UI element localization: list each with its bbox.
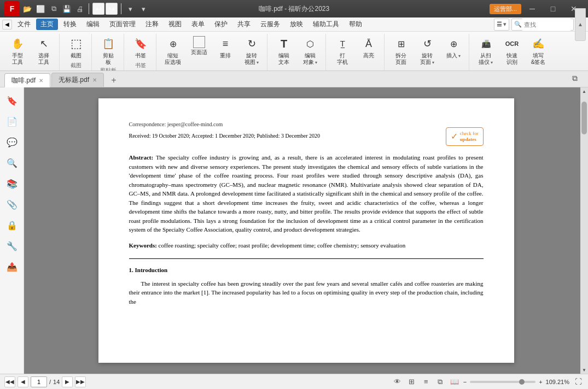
tab-bar: 咖啡.pdf ✕ 无标题.pdf ✕ + ⧉ [0, 71, 588, 87]
rotate-page-button[interactable]: ↺ 旋转页面 ▾ [415, 35, 439, 67]
search-mode-label[interactable]: ▾ [503, 21, 507, 28]
attach-panel-button[interactable]: 📎 [3, 196, 21, 213]
left-sidebar: 🔖 📄 💬 🔍 📚 📎 🔒 🔧 📤 ◀ [0, 87, 24, 374]
typewriter-button[interactable]: T̲ 打字机 [330, 35, 354, 67]
menu-cloud[interactable]: 云服务 [256, 19, 284, 30]
tab-panel-icon[interactable]: ⧉ [566, 69, 584, 87]
menu-help[interactable]: 帮助 [345, 19, 366, 30]
edit-obj-button[interactable]: ⬡ 编辑对象 ▾ [298, 35, 322, 67]
clipboard-label: 剪贴板 [103, 52, 114, 66]
scroll-thumb[interactable] [581, 102, 587, 134]
menu-annotation[interactable]: 注释 [141, 19, 163, 30]
search-panel-button[interactable]: 🔍 [3, 154, 21, 172]
maximize-button[interactable]: □ [543, 2, 563, 15]
comment-panel-button[interactable]: 💬 [3, 133, 21, 151]
menu-pagemanage[interactable]: 页面管理 [105, 19, 140, 30]
view-mode-icon[interactable]: 👁 [392, 376, 403, 387]
reflow-button[interactable]: ≡ 重排 [213, 35, 237, 60]
undo-button[interactable]: ↩ [92, 3, 104, 15]
insert-label: 插入 ▾ [446, 52, 461, 59]
highlight-button[interactable]: Ā 高亮 [357, 35, 381, 60]
check-icon: ✓ [451, 130, 458, 143]
menu-file[interactable]: 文件 [13, 19, 35, 30]
new-file-icon[interactable]: ⬜ [35, 3, 46, 14]
more-icon[interactable]: ▾ [138, 3, 149, 14]
edit-text-button[interactable]: T 编辑文本 [272, 35, 296, 67]
nav-first-button[interactable]: ◀◀ [4, 376, 15, 387]
menu-form[interactable]: 表单 [187, 19, 209, 30]
save-icon[interactable]: 💾 [61, 3, 72, 14]
nav-prev-button[interactable]: ◀ [18, 376, 28, 387]
ocr-button[interactable]: OCR 快速识别 [500, 35, 524, 67]
export-panel-button[interactable]: 📤 [3, 258, 21, 275]
tab-untitled-close[interactable]: ✕ [92, 77, 97, 83]
select-tool-button[interactable]: ↖ 选择工具 [32, 35, 56, 67]
print-icon[interactable]: 🖨 [74, 3, 85, 14]
scroll-down-arrow[interactable]: ▼ [580, 366, 588, 374]
menu-edit[interactable]: 编辑 [82, 19, 104, 30]
layers-panel-button[interactable]: 📚 [3, 175, 21, 192]
nav-last-button[interactable]: ▶▶ [75, 376, 86, 387]
abstract-text: The specialty coffee industry is growing… [129, 154, 484, 233]
tab-coffee-close[interactable]: ✕ [39, 78, 43, 84]
annotate-tools: T̲ 打字机 Ā 高亮 [330, 35, 381, 67]
pdf-page: Correspondence: jesper@coffee-mind.com R… [98, 98, 514, 363]
zoom-slider[interactable] [470, 381, 535, 383]
sign-button[interactable]: ✍ 填写&签名 [526, 35, 550, 67]
zoom-minus-button[interactable]: − [463, 379, 467, 385]
redo-button[interactable]: ↪ [106, 3, 118, 15]
insert-button[interactable]: ⊕ 插入 ▾ [441, 35, 465, 60]
page-number-input[interactable] [31, 376, 47, 387]
menu-share[interactable]: 共享 [233, 19, 255, 30]
hand-tool-button[interactable]: ✋ 手型工具 [5, 35, 30, 67]
scroll-up-arrow[interactable]: ▲ [580, 87, 588, 95]
menu-view[interactable]: 视图 [164, 19, 186, 30]
zoom-thumb[interactable] [519, 379, 525, 385]
quick-access-icon[interactable]: ▾ [125, 3, 136, 14]
back-button[interactable]: ◀ [2, 20, 12, 30]
scroll-track[interactable] [581, 96, 587, 365]
undo-redo-group: ↩ ↪ [92, 3, 118, 15]
grid-view-icon[interactable]: ⊞ [406, 376, 417, 387]
screenshot-button[interactable]: ⬚ 截图 [64, 35, 88, 60]
cloud-button[interactable]: 运营部... [490, 4, 521, 14]
fit-page-icon [193, 36, 205, 48]
page-tools: ⊞ 拆分页面 ↺ 旋转页面 ▾ ⊕ 插入 ▾ [389, 35, 465, 67]
tab-untitled[interactable]: 无标题.pdf ✕ [51, 73, 104, 87]
rotate-view-button[interactable]: ↻ 旋转视图 ▾ [240, 35, 264, 67]
menu-assistive[interactable]: 辅助工具 [308, 19, 344, 30]
ribbon-expand-button[interactable]: ▲ [575, 8, 586, 41]
menu-protect[interactable]: 保护 [210, 19, 232, 30]
pages-panel-button[interactable]: 📄 [3, 113, 21, 130]
bookmark-button[interactable]: 🔖 书签 [129, 35, 153, 60]
split-page-button[interactable]: ⊞ 拆分页面 [389, 35, 413, 67]
scan-button[interactable]: 📠 从扫描仪 ▾ [474, 35, 498, 67]
bookmark-panel-button[interactable]: 🔖 [3, 92, 21, 109]
page-total: 14 [53, 379, 60, 385]
keywords-label: Keywords: [129, 242, 157, 249]
zoom-button[interactable]: ⊕ 缩短应选项 [161, 35, 185, 67]
reading-mode-icon[interactable]: 📖 [449, 376, 460, 387]
clipboard-button[interactable]: 📋 剪贴板 [96, 35, 120, 67]
select-tool-label: 选择工具 [38, 52, 49, 66]
ribbon-search-input[interactable] [522, 19, 571, 31]
security-panel-button[interactable]: 🔒 [3, 216, 21, 234]
copy-icon[interactable]: ⧉ [48, 3, 59, 14]
tab-add-button[interactable]: + [107, 74, 120, 87]
check-for-updates-badge: ✓ check for updates [446, 127, 484, 146]
menu-home[interactable]: 主页 [36, 19, 58, 30]
minimize-button[interactable]: ─ [522, 2, 542, 15]
tab-coffee[interactable]: 咖啡.pdf ✕ [4, 73, 50, 87]
fullscreen-icon[interactable]: ⛶ [573, 376, 584, 387]
menu-convert[interactable]: 转换 [59, 19, 81, 30]
tools-panel-button[interactable]: 🔧 [3, 237, 21, 255]
continuous-view-icon[interactable]: ≡ [421, 376, 432, 387]
nav-next-button[interactable]: ▶ [62, 376, 73, 387]
window-title: 咖啡.pdf - 福昕办公2023 [259, 4, 329, 14]
two-page-icon[interactable]: ⧉ [435, 376, 446, 387]
typewriter-icon: T̲ [335, 36, 350, 51]
open-file-icon[interactable]: 📂 [22, 3, 33, 14]
zoom-plus-button[interactable]: + [539, 379, 542, 385]
fit-page-button[interactable]: 页面适 [187, 35, 211, 57]
menu-present[interactable]: 放映 [286, 19, 307, 30]
